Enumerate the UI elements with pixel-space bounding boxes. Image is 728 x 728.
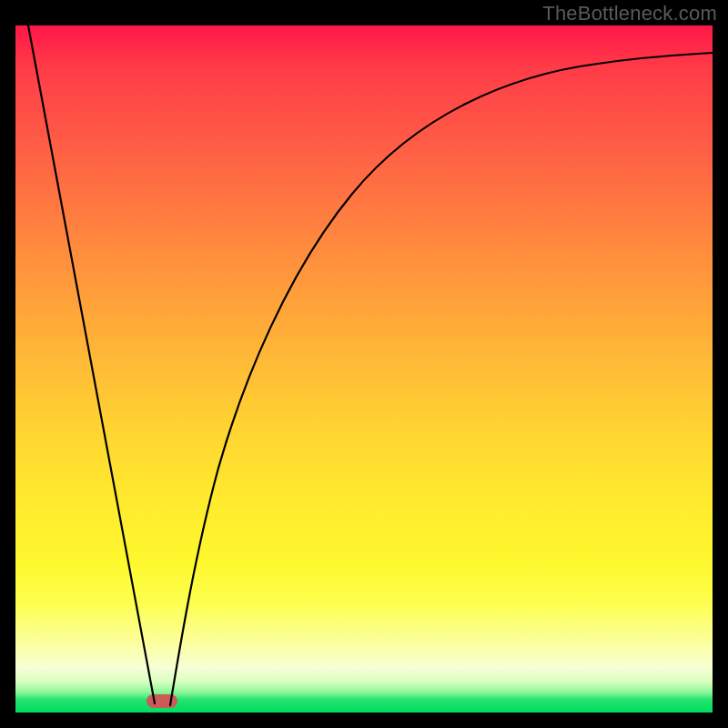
chart-frame: TheBottleneck.com: [0, 0, 728, 728]
curve-layer: [15, 25, 713, 713]
plot-area: [15, 25, 713, 713]
curve-left-branch: [28, 25, 155, 703]
watermark-text: TheBottleneck.com: [542, 2, 717, 25]
curve-right-branch: [170, 53, 713, 705]
